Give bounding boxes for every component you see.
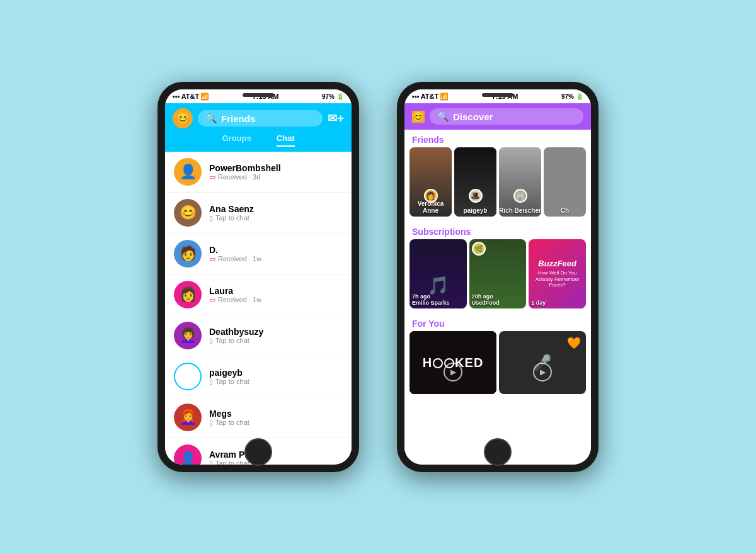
friends-phone-inner: ▪▪▪ AT&T 📶 7:13 AM 97% 🔋 😊 🔍 Friends — [165, 89, 352, 465]
chat-sub: ▭ Received · 1w — [209, 255, 261, 263]
friends-header: 😊 🔍 Friends ✉+ — [165, 103, 352, 133]
sub-avatar: 🌿 — [472, 242, 486, 256]
chat-info: paigeyb ▯ Tap to chat — [209, 368, 249, 386]
user-avatar-emoji: 😊 — [176, 111, 190, 125]
speaker — [482, 93, 513, 97]
tab-chat[interactable]: Chat — [277, 133, 295, 147]
card-label: Veronica Anne — [410, 200, 452, 214]
list-item[interactable]: 😊 Ana Saenz ▯ Tap to chat — [165, 193, 352, 234]
chat-name: Megs — [209, 409, 249, 419]
friend-card[interactable]: Ch — [544, 147, 586, 217]
card-bg: 🎩 — [454, 147, 496, 217]
status-right: 97% 🔋 — [322, 93, 344, 100]
discover-phone-inner: ▪▪▪ AT&T 📶 7:13 AM 97% 🔋 😊 🔍 Discover — [404, 89, 591, 465]
list-item[interactable]: 👩 Laura ▭ Received · 1w — [165, 274, 352, 315]
list-item[interactable]: 👤 PowerBombshell ▭ Received · 3d — [165, 152, 352, 193]
avatar: 👩 — [174, 281, 202, 308]
chat-name: paigeyb — [209, 368, 249, 378]
avatar — [174, 363, 202, 390]
phones-container: ▪▪▪ AT&T 📶 7:13 AM 97% 🔋 😊 🔍 Friends — [158, 82, 598, 472]
card-label: Rich Beischer — [499, 207, 541, 214]
search-icon: 🔍 — [205, 113, 217, 124]
wifi-icon: 📶 — [440, 93, 449, 101]
wifi-icon: 📶 — [200, 93, 209, 101]
avatar: 😊 — [174, 199, 202, 227]
discover-phone: ▪▪▪ AT&T 📶 7:13 AM 97% 🔋 😊 🔍 Discover — [397, 82, 598, 472]
chat-sub: ▯ Tap to chat — [209, 214, 254, 222]
buzzfeed-title: BuzzFeed — [538, 259, 576, 268]
fy-card-video[interactable]: 🎤 🧡 ▶ — [499, 331, 586, 394]
subscriptions-section-title: Subscriptions — [404, 222, 591, 239]
user-avatar[interactable]: 😊 — [173, 108, 193, 128]
carrier-label: AT&T — [181, 93, 200, 100]
search-label: Friends — [221, 113, 255, 124]
card-label: paigeyb — [454, 207, 496, 214]
sub-card-buzzfeed[interactable]: BuzzFeed How Well Do You Actually Rememb… — [529, 239, 586, 308]
fy-card-hooked[interactable]: HKED ▶ — [410, 331, 496, 394]
avatar: 👤 — [174, 158, 202, 186]
card-avatar: 🎩 — [469, 189, 483, 203]
list-item[interactable]: paigeyb ▯ Tap to chat — [165, 356, 352, 397]
signal-icon: ▪▪▪ — [412, 93, 420, 100]
tab-groups[interactable]: Groups — [222, 133, 251, 147]
friend-card[interactable]: 🎩 paigeyb — [454, 147, 496, 217]
user-avatar[interactable]: 😊 — [412, 111, 425, 123]
status-left: ▪▪▪ AT&T 📶 — [173, 93, 209, 101]
list-item[interactable]: 👩‍🦱 Deathbysuzy ▯ Tap to chat — [165, 315, 352, 356]
chat-sub: ▭ Received · 1w — [209, 296, 261, 304]
user-avatar-emoji: 😊 — [412, 111, 425, 122]
heart-icon: 🧡 — [567, 336, 581, 350]
friend-card[interactable]: 👩 Veronica Anne — [410, 147, 452, 217]
friends-section-title: Friends — [404, 130, 591, 147]
signal-icon: ▪▪▪ — [173, 93, 180, 100]
hooked-play: ▶ — [410, 363, 496, 382]
play-button: ▶ — [533, 363, 552, 382]
status-right: 97% 🔋 — [561, 93, 583, 100]
discover-content: Friends 👩 Veronica Anne 🎩 paigeyb — [404, 130, 591, 465]
play-button: ▶ — [444, 363, 462, 382]
for-you-section-title: For You — [404, 314, 591, 331]
chat-sub: ▭ Received · 3d — [209, 173, 281, 181]
friends-phone: ▪▪▪ AT&T 📶 7:13 AM 97% 🔋 😊 🔍 Friends — [158, 82, 359, 472]
fy-bg: HKED ▶ — [410, 331, 496, 394]
search-label: Discover — [453, 111, 493, 122]
chat-info: D. ▭ Received · 1w — [209, 245, 261, 263]
discover-search-bar[interactable]: 🔍 Discover — [430, 108, 583, 125]
battery-icon: 🔋 — [576, 93, 583, 100]
chat-sub: ▯ Tap to chat — [209, 419, 249, 427]
chat-name: D. — [209, 245, 261, 255]
sub-card[interactable]: 🌿 20h agoUsedFood — [469, 239, 527, 308]
sub-label: 20h agoUsedFood — [472, 293, 500, 306]
chat-name: Ana Saenz — [209, 204, 254, 214]
card-avatar: 🏢 — [513, 189, 527, 203]
buzzfeed-subtitle: How Well Do You Actually Remember Faces? — [532, 270, 582, 288]
for-you-grid: HKED ▶ 🎤 🧡 ▶ — [404, 331, 591, 394]
card-bg: 🏢 — [499, 147, 541, 217]
list-item[interactable]: 👩‍🦰 Megs ▯ Tap to chat — [165, 397, 352, 438]
carrier-label: AT&T — [421, 93, 439, 100]
chat-sub: ▯ Tap to chat — [209, 337, 263, 345]
avatar: 👩‍🦱 — [174, 322, 202, 349]
sub-bg: BuzzFeed How Well Do You Actually Rememb… — [529, 239, 586, 308]
battery-label: 97% — [322, 93, 335, 100]
subscriptions-grid: 🎵 7h agoEmilio Sparks 🌿 20h agoUsedFood … — [404, 239, 591, 314]
sub-card[interactable]: 🎵 7h agoEmilio Sparks — [410, 239, 467, 308]
friends-search-bar[interactable]: 🔍 Friends — [198, 110, 323, 127]
add-friend-button[interactable]: ✉+ — [328, 111, 344, 125]
sub-label: 1 day — [531, 300, 546, 306]
status-left: ▪▪▪ AT&T 📶 — [412, 93, 449, 101]
list-item[interactable]: 🧑 D. ▭ Received · 1w — [165, 234, 352, 274]
chat-name: Deathbysuzy — [209, 327, 263, 337]
chat-info: Megs ▯ Tap to chat — [209, 409, 249, 427]
home-button[interactable] — [244, 438, 272, 466]
sub-label: 7h agoEmilio Sparks — [412, 293, 450, 306]
home-button[interactable] — [484, 438, 512, 466]
chat-info: Ana Saenz ▯ Tap to chat — [209, 204, 254, 222]
chat-name: PowerBombshell — [209, 163, 281, 173]
speaker — [243, 93, 274, 97]
chat-name: Laura — [209, 286, 261, 296]
battery-label: 97% — [561, 93, 574, 100]
discover-header: 😊 🔍 Discover — [404, 103, 591, 130]
friend-card[interactable]: 🏢 Rich Beischer — [499, 147, 541, 217]
avatar: 🧑 — [174, 240, 202, 268]
